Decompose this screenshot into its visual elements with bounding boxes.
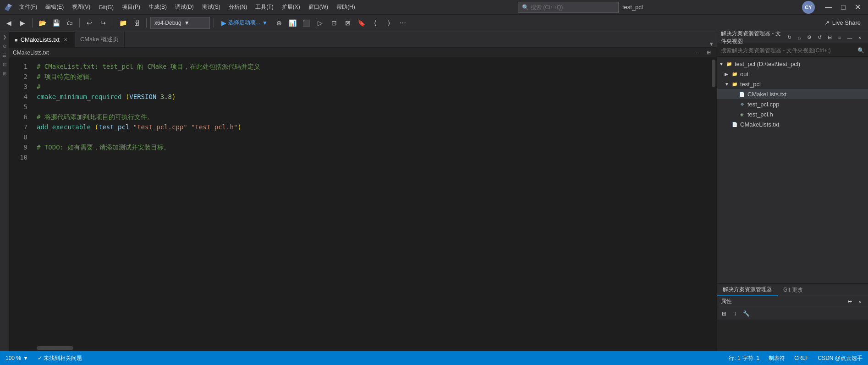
se-home-icon[interactable]: ⌂ — [795, 33, 804, 42]
se-refresh-icon[interactable]: ↺ — [815, 33, 824, 42]
toolbar-sep-5 — [214, 18, 214, 28]
toolbar-back-btn[interactable]: ◀ — [3, 17, 15, 29]
tree-root[interactable]: ▼ 📁 test_pcl (D:\test\test_pcl) — [717, 59, 868, 69]
line-num-7: 7 — [9, 122, 27, 132]
menu-window[interactable]: 窗口(W) — [305, 1, 332, 13]
props-pin-icon[interactable]: ↦ — [845, 297, 854, 306]
close-button[interactable]: ✕ — [852, 1, 864, 14]
toolbar-more-btn[interactable]: ⋯ — [397, 17, 409, 29]
window-controls: — □ ✕ — [822, 1, 864, 14]
menu-project[interactable]: 项目(P) — [118, 1, 144, 13]
tab-cmakelists-close[interactable]: ✕ — [62, 37, 69, 43]
search-box[interactable]: 🔍 — [518, 2, 619, 13]
toolbar-debug3-btn[interactable]: ⊠ — [342, 17, 354, 29]
tree-root-cmakelists[interactable]: ▶ 📄 CMakeLists.txt — [717, 119, 868, 129]
menu-file[interactable]: 文件(F) — [16, 1, 41, 13]
tab-overflow-btn[interactable]: ▾ — [706, 40, 717, 47]
toolbar-bookmark-btn[interactable]: 🔖 — [356, 17, 368, 29]
code-line-5 — [37, 102, 710, 112]
line-num-4: 4 — [9, 92, 27, 102]
code-editor[interactable]: # CMakeList.txt: test_pcl 的 CMake 项目，在此处… — [31, 58, 710, 345]
menu-test[interactable]: 测试(S) — [198, 1, 224, 13]
menu-git[interactable]: Git(G) — [95, 2, 117, 12]
se-pin-icon[interactable]: — — [845, 33, 854, 42]
toolbar-redo-btn[interactable]: ↪ — [97, 17, 109, 29]
tree-root-cmakelists-label: CMakeLists.txt — [740, 121, 779, 128]
menu-edit[interactable]: 编辑(E) — [42, 1, 67, 13]
toolbar-undo-btn[interactable]: ↩ — [83, 17, 95, 29]
code-line-6: # 将源代码添加到此项目的可执行文件。 — [37, 112, 710, 122]
menu-analyze[interactable]: 分析(N) — [225, 1, 251, 13]
menu-build[interactable]: 生成(B) — [145, 1, 170, 13]
toolbar-nav1-btn[interactable]: ⟨ — [369, 17, 381, 29]
tab-cmakelists[interactable]: ■ CMakeLists.txt ✕ — [9, 32, 75, 47]
tree-test-pcl-h[interactable]: ▶ ◈ test_pcl.h — [717, 109, 868, 119]
tree-out[interactable]: ▶ 📁 out — [717, 69, 868, 79]
split-btn[interactable]: ⊞ — [704, 48, 713, 57]
se-sync-icon[interactable]: ↻ — [785, 33, 794, 42]
line-info: 行: 1 — [729, 354, 740, 362]
menu-view[interactable]: 视图(V) — [68, 1, 94, 13]
tree-cmakelists-file[interactable]: ▶ 📄 CMakeLists.txt — [717, 89, 868, 99]
solution-search-input[interactable] — [721, 47, 856, 54]
menu-help[interactable]: 帮助(H) — [333, 1, 359, 13]
config-dropdown[interactable]: x64-Debug ▼ — [150, 17, 210, 29]
properties-title: 属性 — [721, 298, 732, 305]
props-sort-icon[interactable]: ↕ — [730, 309, 740, 319]
tab-cmake-overview[interactable]: CMake 概述页 — [75, 32, 125, 47]
activity-icon-2[interactable]: ⊙ — [1, 42, 8, 50]
solution-explorer-title: 解决方案资源管理器 - 文件夹视图 — [721, 30, 785, 45]
activity-code-icon[interactable]: ❯ — [1, 33, 8, 40]
toolbar-nav2-btn[interactable]: ⟩ — [383, 17, 395, 29]
props-close-icon[interactable]: × — [855, 297, 864, 306]
live-share-button[interactable]: ↗ Live Share — [820, 17, 865, 28]
maximize-button[interactable]: □ — [837, 1, 850, 14]
tab-solution-explorer[interactable]: 解决方案资源管理器 — [717, 283, 778, 296]
minimize-button[interactable]: — — [822, 1, 835, 14]
toolbar-save-all-btn[interactable]: 🗂 — [64, 17, 76, 29]
toolbar-perf-btn[interactable]: 📊 — [287, 17, 299, 29]
scroll-thumb — [712, 60, 715, 87]
tree-out-label: out — [740, 71, 748, 77]
collapse-btn[interactable]: − — [693, 48, 702, 57]
cursor-position[interactable]: 行: 1 字符: 1 — [727, 354, 761, 363]
toolbar-explorer-btn[interactable]: 🗄 — [131, 17, 143, 29]
search-input[interactable] — [531, 4, 615, 11]
activity-icon-5[interactable]: ⊞ — [1, 70, 8, 77]
toolbar-save-btn[interactable]: 💾 — [50, 17, 62, 29]
se-collapse-icon[interactable]: ⊟ — [825, 33, 834, 42]
start-label: 选择启动项... — [228, 19, 260, 27]
line-ending[interactable]: CRLF — [792, 354, 810, 362]
activity-bar: ❯ ⊙ ☰ ⊡ ⊞ — [0, 31, 9, 351]
toolbar-folder-btn[interactable]: 📁 — [117, 17, 129, 29]
tree-test-pcl-folder[interactable]: ▼ 📁 test_pcl — [717, 79, 868, 89]
toolbar-misc-btn[interactable]: ⬛ — [301, 17, 313, 29]
activity-icon-4[interactable]: ⊡ — [1, 61, 8, 68]
menu-extensions[interactable]: 扩展(X) — [278, 1, 304, 13]
toolbar-debug2-btn[interactable]: ⊡ — [328, 17, 340, 29]
zoom-control[interactable]: 100 % ▼ — [4, 354, 30, 362]
toolbar-attach-btn[interactable]: ⊕ — [273, 17, 285, 29]
status-right: 行: 1 字符: 1 制表符 CRLF CSDN @点云选手 — [727, 354, 864, 363]
se-config-icon[interactable]: ⚙ — [805, 33, 814, 42]
props-grid-icon[interactable]: ⊞ — [719, 309, 729, 319]
toolbar-forward-btn[interactable]: ▶ — [16, 17, 28, 29]
indent-type[interactable]: 制表符 — [767, 354, 787, 363]
code-line-1: # CMakeList.txt: test_pcl 的 CMake 项目，在此处… — [37, 61, 710, 72]
horizontal-scrollbar[interactable] — [9, 345, 717, 351]
vertical-scrollbar[interactable] — [710, 58, 717, 345]
se-filter-icon[interactable]: ≡ — [835, 33, 844, 42]
tab-git-changes[interactable]: Git 更改 — [778, 283, 808, 296]
problems-indicator[interactable]: ✓ 未找到相关问题 — [36, 354, 84, 363]
h-scroll-right — [710, 345, 717, 351]
brand-label: CSDN @点云选手 — [816, 354, 864, 363]
props-wrench-icon[interactable]: 🔧 — [741, 309, 751, 319]
activity-icon-3[interactable]: ☰ — [1, 51, 8, 59]
se-close-icon[interactable]: × — [855, 33, 864, 42]
tree-test-pcl-cpp[interactable]: ▶ ❖ test_pcl.cpp — [717, 99, 868, 109]
start-button[interactable]: ▶ 选择启动项... ▼ — [218, 17, 271, 29]
menu-debug[interactable]: 调试(D) — [171, 1, 198, 13]
menu-tools[interactable]: 工具(T) — [252, 1, 277, 13]
toolbar-debug1-btn[interactable]: ▷ — [314, 17, 326, 29]
toolbar-open-btn[interactable]: 📂 — [36, 17, 48, 29]
